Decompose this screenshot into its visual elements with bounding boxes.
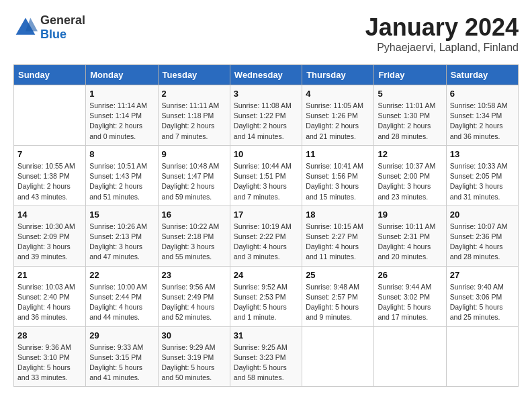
day-info: Sunrise: 10:26 AMSunset: 2:13 PMDaylight… [89,222,154,263]
calendar-cell [302,326,374,387]
calendar-cell: 25Sunrise: 9:48 AMSunset: 2:57 PMDayligh… [302,266,374,326]
day-info: Sunrise: 10:44 AMSunset: 1:51 PMDaylight… [234,161,298,202]
day-number: 3 [234,89,298,99]
calendar-cell: 15Sunrise: 10:26 AMSunset: 2:13 PMDaylig… [86,205,158,266]
calendar-table: SundayMondayTuesdayWednesdayThursdayFrid… [13,64,519,387]
calendar-cell: 8Sunrise: 10:51 AMSunset: 1:43 PMDayligh… [86,145,158,205]
day-number: 30 [162,330,226,340]
day-number: 31 [234,330,298,340]
day-info: Sunrise: 10:11 AMSunset: 2:31 PMDaylight… [378,222,442,263]
calendar-cell [374,326,446,387]
day-info: Sunrise: 10:19 AMSunset: 2:22 PMDaylight… [234,222,298,263]
day-number: 27 [450,270,515,280]
day-number: 22 [89,270,154,280]
header-tuesday: Tuesday [158,65,230,85]
calendar-cell: 14Sunrise: 10:30 AMSunset: 2:09 PMDaylig… [14,205,86,266]
calendar-cell: 27Sunrise: 9:40 AMSunset: 3:06 PMDayligh… [446,266,518,326]
day-info: Sunrise: 10:51 AMSunset: 1:43 PMDaylight… [89,161,154,202]
day-info: Sunrise: 10:00 AMSunset: 2:44 PMDaylight… [89,282,154,323]
day-number: 6 [450,89,515,99]
day-number: 7 [17,149,82,159]
day-number: 9 [162,149,226,159]
day-number: 18 [306,210,370,220]
day-info: Sunrise: 10:41 AMSunset: 1:56 PMDaylight… [306,161,370,202]
calendar-cell: 5Sunrise: 11:01 AMSunset: 1:30 PMDayligh… [374,85,446,146]
day-info: Sunrise: 11:05 AMSunset: 1:26 PMDaylight… [306,101,370,142]
day-info: Sunrise: 10:33 AMSunset: 2:05 PMDaylight… [450,161,515,202]
day-number: 2 [162,89,226,99]
day-number: 29 [89,330,154,340]
calendar-cell [14,85,86,146]
calendar-cell [446,326,518,387]
logo-text: General Blue [40,13,85,42]
day-info: Sunrise: 9:52 AMSunset: 2:53 PMDaylight:… [234,282,298,323]
day-number: 5 [378,89,442,99]
logo-icon [13,15,38,40]
calendar-cell: 9Sunrise: 10:48 AMSunset: 1:47 PMDayligh… [158,145,230,205]
calendar-cell: 23Sunrise: 9:56 AMSunset: 2:49 PMDayligh… [158,266,230,326]
calendar-week-2: 14Sunrise: 10:30 AMSunset: 2:09 PMDaylig… [14,205,519,266]
calendar-cell: 17Sunrise: 10:19 AMSunset: 2:22 PMDaylig… [230,205,302,266]
header-wednesday: Wednesday [230,65,302,85]
calendar-cell: 6Sunrise: 10:58 AMSunset: 1:34 PMDayligh… [446,85,518,146]
day-number: 13 [450,149,515,159]
day-info: Sunrise: 11:14 AMSunset: 1:14 PMDaylight… [89,101,154,142]
day-number: 4 [306,89,370,99]
calendar-cell: 16Sunrise: 10:22 AMSunset: 2:18 PMDaylig… [158,205,230,266]
day-number: 28 [17,330,82,340]
day-number: 25 [306,270,370,280]
calendar-cell: 31Sunrise: 9:25 AMSunset: 3:23 PMDayligh… [230,326,302,387]
header-monday: Monday [86,65,158,85]
day-info: Sunrise: 10:48 AMSunset: 1:47 PMDaylight… [162,161,226,202]
day-number: 12 [378,149,442,159]
calendar-cell: 13Sunrise: 10:33 AMSunset: 2:05 PMDaylig… [446,145,518,205]
day-number: 1 [89,89,154,99]
day-number: 15 [89,210,154,220]
day-info: Sunrise: 9:44 AMSunset: 3:02 PMDaylight:… [378,282,442,323]
day-number: 23 [162,270,226,280]
calendar-cell: 7Sunrise: 10:55 AMSunset: 1:38 PMDayligh… [14,145,86,205]
day-info: Sunrise: 10:58 AMSunset: 1:34 PMDaylight… [450,101,515,142]
logo-general-text: General [40,13,85,28]
calendar-cell: 11Sunrise: 10:41 AMSunset: 1:56 PMDaylig… [302,145,374,205]
day-info: Sunrise: 9:33 AMSunset: 3:15 PMDaylight:… [89,342,154,383]
calendar-week-4: 28Sunrise: 9:36 AMSunset: 3:10 PMDayligh… [14,326,519,387]
day-info: Sunrise: 9:48 AMSunset: 2:57 PMDaylight:… [306,282,370,323]
day-number: 11 [306,149,370,159]
calendar-cell: 30Sunrise: 9:29 AMSunset: 3:19 PMDayligh… [158,326,230,387]
calendar-cell: 10Sunrise: 10:44 AMSunset: 1:51 PMDaylig… [230,145,302,205]
calendar-week-0: 1Sunrise: 11:14 AMSunset: 1:14 PMDayligh… [14,85,519,146]
calendar-cell: 28Sunrise: 9:36 AMSunset: 3:10 PMDayligh… [14,326,86,387]
page-header: General Blue January 2024 Pyhaejaervi, L… [13,13,519,54]
day-info: Sunrise: 10:03 AMSunset: 2:40 PMDaylight… [17,282,82,323]
calendar-cell: 29Sunrise: 9:33 AMSunset: 3:15 PMDayligh… [86,326,158,387]
logo-blue-text: Blue [40,28,85,42]
day-number: 10 [234,149,298,159]
header-sunday: Sunday [14,65,86,85]
calendar-cell: 19Sunrise: 10:11 AMSunset: 2:31 PMDaylig… [374,205,446,266]
day-number: 17 [234,210,298,220]
header-thursday: Thursday [302,65,374,85]
calendar-cell: 26Sunrise: 9:44 AMSunset: 3:02 PMDayligh… [374,266,446,326]
day-number: 14 [17,210,82,220]
calendar-header-row: SundayMondayTuesdayWednesdayThursdayFrid… [14,65,519,85]
calendar-cell: 2Sunrise: 11:11 AMSunset: 1:18 PMDayligh… [158,85,230,146]
day-info: Sunrise: 9:25 AMSunset: 3:23 PMDaylight:… [234,342,298,383]
day-number: 20 [450,210,515,220]
calendar-cell: 3Sunrise: 11:08 AMSunset: 1:22 PMDayligh… [230,85,302,146]
calendar-cell: 18Sunrise: 10:15 AMSunset: 2:27 PMDaylig… [302,205,374,266]
day-info: Sunrise: 9:56 AMSunset: 2:49 PMDaylight:… [162,282,226,323]
day-number: 19 [378,210,442,220]
day-info: Sunrise: 10:22 AMSunset: 2:18 PMDaylight… [162,222,226,263]
day-number: 21 [17,270,82,280]
calendar-cell: 1Sunrise: 11:14 AMSunset: 1:14 PMDayligh… [86,85,158,146]
day-info: Sunrise: 9:40 AMSunset: 3:06 PMDaylight:… [450,282,515,323]
day-number: 8 [89,149,154,159]
calendar-cell: 4Sunrise: 11:05 AMSunset: 1:26 PMDayligh… [302,85,374,146]
calendar-cell: 22Sunrise: 10:00 AMSunset: 2:44 PMDaylig… [86,266,158,326]
day-info: Sunrise: 10:30 AMSunset: 2:09 PMDaylight… [17,222,82,263]
page-title: January 2024 [365,13,519,42]
day-info: Sunrise: 10:07 AMSunset: 2:36 PMDaylight… [450,222,515,263]
page-subtitle: Pyhaejaervi, Lapland, Finland [365,42,519,54]
header-friday: Friday [374,65,446,85]
